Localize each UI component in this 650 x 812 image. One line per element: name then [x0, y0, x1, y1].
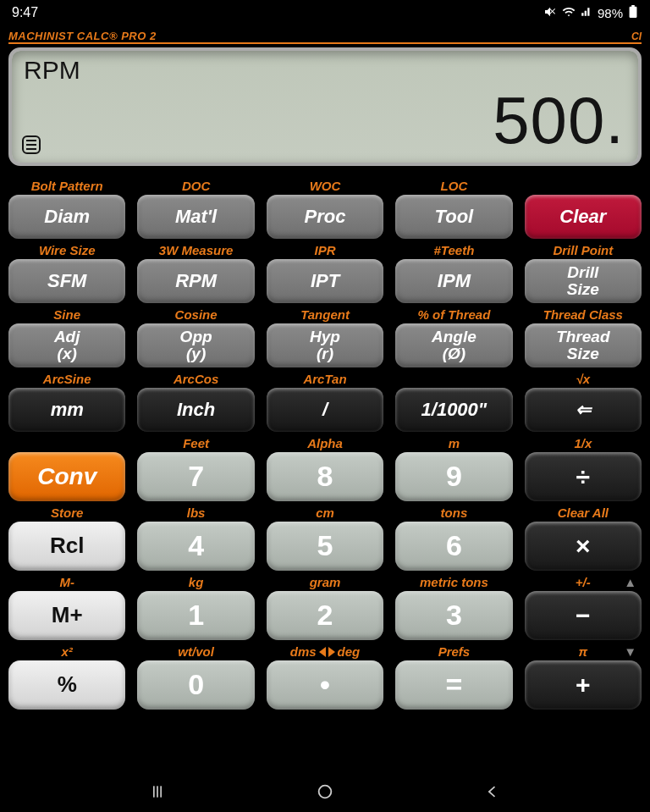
wifi-icon	[562, 5, 576, 21]
key-label: 6	[446, 531, 462, 561]
key-8[interactable]: 8	[267, 452, 383, 501]
key-2[interactable]: 2	[267, 591, 383, 640]
key-label: Inch	[177, 400, 215, 419]
key-clear[interactable]: Clear	[525, 195, 642, 239]
key-alt-label: cm	[267, 505, 383, 522]
menu-icon[interactable]	[22, 135, 41, 154]
brand-underline	[8, 42, 642, 44]
key-sfm[interactable]: SFM	[8, 259, 125, 303]
key-diam[interactable]: Diam	[8, 195, 125, 239]
key-ipt[interactable]: IPT	[267, 259, 383, 303]
svg-point-5	[319, 786, 332, 798]
key-label: 1/1000"	[421, 400, 488, 419]
key-alt-label: 3W Measure	[137, 242, 254, 259]
key-alt-label: Thread Class	[525, 307, 642, 323]
key-label: ⇐	[576, 400, 591, 419]
key-label: Angle	[432, 329, 476, 345]
key-key[interactable]: ×	[525, 522, 642, 571]
key-adj[interactable]: Adj(x)	[8, 323, 125, 367]
key-6[interactable]: 6	[395, 522, 512, 571]
key-rcl[interactable]: Rcl	[8, 522, 125, 571]
key-key[interactable]: /	[267, 388, 383, 432]
key-alt-label: Wire Size	[8, 242, 125, 259]
key-key[interactable]: ÷	[525, 452, 642, 501]
key-label: •	[320, 670, 330, 700]
key-key[interactable]: ⇐	[525, 388, 642, 432]
home-button[interactable]	[315, 782, 335, 802]
key-alt-label: Bolt Pattern	[8, 178, 125, 195]
key-label: mm	[51, 400, 84, 419]
key-mm[interactable]: mm	[8, 388, 125, 432]
key-label: 3	[446, 600, 462, 631]
calc-display: RPM 500.	[8, 47, 642, 166]
key-3[interactable]: 3	[395, 591, 512, 640]
key-proc[interactable]: Proc	[267, 195, 383, 239]
status-time: 9:47	[12, 5, 38, 20]
key-sublabel: (r)	[317, 345, 333, 362]
key-m[interactable]: M+	[8, 591, 125, 640]
key-opp[interactable]: Opp(y)	[137, 323, 254, 367]
key-hyp[interactable]: Hyp(r)	[267, 323, 383, 367]
key-alt-label: Clear All	[525, 505, 642, 522]
key-conv[interactable]: Conv	[8, 452, 125, 501]
key-alt-label: % of Thread	[395, 307, 512, 323]
key-label: %	[58, 673, 77, 696]
key-alt-label: #Teeth	[395, 242, 512, 259]
key-label: Diam	[44, 207, 90, 226]
key-key[interactable]: %	[8, 660, 125, 710]
key-label: 9	[446, 461, 462, 492]
key-alt-label: kg	[137, 574, 254, 591]
key-5[interactable]: 5	[267, 522, 383, 571]
key-alt-label: IPR	[267, 242, 383, 259]
key-label: M+	[52, 604, 83, 627]
key-label: Conv	[37, 464, 96, 489]
key-label: 4	[188, 531, 204, 561]
key-alt-label: dmsdeg	[267, 644, 383, 660]
key-alt-label	[395, 371, 512, 388]
recents-button[interactable]	[147, 782, 168, 802]
key-alt-label: M-	[8, 574, 125, 591]
key-angle[interactable]: Angle(Ø)	[395, 323, 512, 367]
key-7[interactable]: 7	[137, 452, 254, 501]
key-key[interactable]: +	[525, 660, 642, 710]
key-alt-label	[525, 178, 642, 195]
key-9[interactable]: 9	[395, 452, 512, 501]
key-inch[interactable]: Inch	[137, 388, 254, 432]
key-label: /	[322, 400, 328, 419]
key-alt-label: Tangent	[267, 307, 383, 323]
key-alt-label: gram	[267, 574, 383, 591]
key-alt-label: Alpha	[267, 435, 383, 452]
key-0[interactable]: 0	[137, 660, 254, 710]
back-button[interactable]	[482, 782, 503, 802]
key-thread[interactable]: ThreadSize	[525, 323, 642, 367]
key-mat-l[interactable]: Mat'l	[137, 195, 254, 239]
key-alt-label: π▼	[525, 644, 642, 660]
key-key[interactable]: =	[395, 660, 512, 710]
key-1[interactable]: 1	[137, 591, 254, 640]
key-alt-label: lbs	[137, 505, 254, 522]
display-value: 500.	[493, 82, 625, 159]
key-sublabel: Size	[567, 281, 599, 298]
key-rpm[interactable]: RPM	[137, 259, 254, 303]
key-label: ×	[576, 533, 591, 560]
key-label: RPM	[175, 271, 217, 290]
key-ipm[interactable]: IPM	[395, 259, 512, 303]
key-drill[interactable]: DrillSize	[525, 259, 642, 303]
key-4[interactable]: 4	[137, 522, 254, 571]
key-key[interactable]: −	[525, 591, 642, 640]
key-label: 7	[188, 461, 204, 492]
key-alt-label: Prefs	[395, 644, 512, 660]
key-key[interactable]: •	[267, 660, 383, 710]
key-alt-label: Feet	[137, 435, 254, 452]
svg-rect-0	[630, 6, 637, 17]
key-label: =	[445, 670, 462, 700]
key-1-1000[interactable]: 1/1000"	[395, 388, 512, 432]
status-bar: 9:47 98%	[0, 0, 650, 25]
mute-icon	[543, 5, 557, 21]
brand-row: MACHINIST CALC® PRO 2 CI	[0, 25, 650, 42]
key-alt-label: √x	[525, 371, 642, 388]
key-tool[interactable]: Tool	[395, 195, 512, 239]
battery-icon	[628, 5, 638, 21]
key-alt-label: LOC	[395, 178, 512, 195]
key-label: Rcl	[50, 534, 84, 557]
